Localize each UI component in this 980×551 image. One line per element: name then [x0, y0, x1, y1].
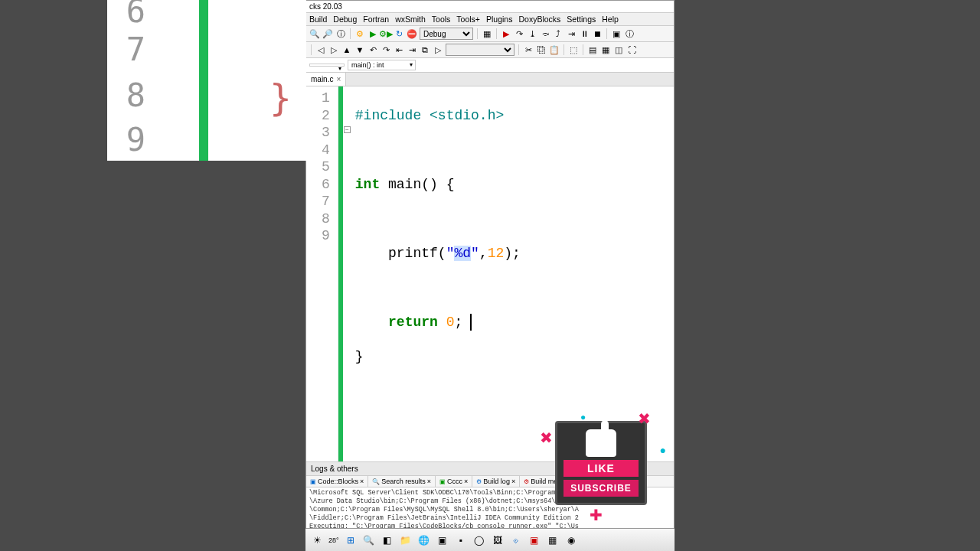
menu-toolsplus[interactable]: Tools+ — [456, 15, 480, 24]
fold-column: − — [343, 86, 352, 461]
log-tab-search[interactable]: 🔍Search results× — [368, 476, 436, 487]
debug-window-icon[interactable]: ▣ — [611, 28, 622, 39]
info-icon[interactable]: ⓘ — [335, 28, 346, 39]
fit-icon[interactable]: ⛶ — [626, 44, 637, 55]
down-icon[interactable]: ▼ — [354, 44, 365, 55]
close-tab-icon[interactable]: × — [336, 75, 341, 83]
log-tab-cccc[interactable]: ▣Cccc× — [436, 476, 472, 487]
taskbar-temp[interactable]: 28° — [328, 536, 339, 544]
undo-icon[interactable]: ↶ — [368, 44, 378, 55]
rebuild-icon[interactable]: ↻ — [394, 28, 404, 39]
code-content[interactable]: #include <stdio.h> int main() { printf("… — [352, 86, 521, 461]
window-icon[interactable]: ▦ — [482, 28, 492, 39]
scope-dropdown[interactable]: main() : int — [348, 60, 416, 70]
menu-bar: Build Debug Fortran wxSmith Tools Tools+… — [306, 13, 674, 26]
play-icon[interactable]: ▷ — [433, 44, 443, 55]
up-icon[interactable]: ▲ — [341, 44, 352, 55]
subscribe-banner: SUBSCRIBE — [564, 480, 639, 497]
redo-icon[interactable]: ↷ — [381, 44, 391, 55]
back-icon[interactable]: ◁ — [315, 44, 326, 55]
toolbar-row-1: 🔍 🔎 ⓘ ⚙ ▶ ⚙▶ ↻ ⛔ Debug ▦ ▶ ↷ ⤓ ⤼ ⤴ ⇥ ⏸ ⏹… — [306, 26, 674, 42]
taskbar-photos-icon[interactable]: 🖼 — [491, 533, 505, 547]
taskbar-terminal-icon[interactable]: ▪ — [454, 533, 468, 547]
menu-help[interactable]: Help — [602, 15, 619, 24]
windows-taskbar: ☀ 28° ⊞ 🔍 ◧ 📁 🌐 ▣ ▪ ◯ 🖼 ⟐ ▣ ▦ ◉ — [305, 528, 675, 551]
taskbar-pdf-icon[interactable]: ▣ — [528, 533, 541, 547]
bg-line-7: 7 — [126, 31, 145, 68]
bg-line-9: 9 — [126, 121, 145, 158]
taskbar-misc-icon[interactable]: ◉ — [564, 533, 578, 547]
menu-doxyblocks[interactable]: DoxyBlocks — [518, 15, 560, 24]
like-subscribe-overlay: LIKE SUBSCRIBE ✖ ✖ ✚ ● ● — [544, 406, 658, 520]
menu-build[interactable]: Build — [309, 15, 327, 24]
bg-line-8: 8 — [126, 77, 145, 114]
gear-icon[interactable]: ⚙ — [354, 28, 365, 39]
jump2-icon[interactable]: ⇥ — [407, 44, 417, 55]
title-bar-fragment: cks 20.03 — [306, 1, 674, 13]
debug-pause-icon[interactable]: ⏸ — [579, 28, 590, 39]
thumbs-up-icon — [586, 429, 616, 457]
taskbar-chrome-icon[interactable]: ◯ — [472, 533, 486, 547]
stop-icon[interactable]: ⛔ — [407, 28, 417, 39]
overlay-box: LIKE SUBSCRIBE — [555, 421, 647, 505]
build-run-icon[interactable]: ⚙▶ — [381, 28, 391, 39]
tab-main-c[interactable]: main.c × — [306, 73, 346, 86]
like-banner: LIKE — [564, 460, 639, 477]
forward-icon[interactable]: ▷ — [328, 44, 339, 55]
background-editor-fragment: 6 7 8 9 } — [107, 0, 306, 161]
debug-continue-icon[interactable]: ↷ — [514, 28, 524, 39]
taskbar-vscode-icon[interactable]: ⟐ — [509, 533, 523, 547]
scope-left-dropdown[interactable] — [309, 64, 345, 67]
debug-start-icon[interactable]: ▶ — [501, 28, 511, 39]
select-icon[interactable]: ⬚ — [568, 44, 579, 55]
sparkle-icon: ● — [580, 412, 586, 422]
text-cursor — [470, 314, 472, 331]
debug-stop-icon[interactable]: ⏹ — [592, 28, 603, 39]
layout-icon[interactable]: ▤ — [587, 44, 598, 55]
debug-cursor-icon[interactable]: ⇥ — [566, 28, 577, 39]
log-tab-codeblocks[interactable]: ▣Code::Blocks× — [306, 476, 368, 487]
menu-tools[interactable]: Tools — [432, 15, 451, 24]
menu-plugins[interactable]: Plugins — [486, 15, 512, 24]
grid-icon[interactable]: ▦ — [600, 44, 611, 55]
taskbar-explorer-icon[interactable]: 📁 — [399, 533, 413, 547]
copy-icon[interactable]: ⿻ — [536, 44, 547, 55]
menu-settings[interactable]: Settings — [567, 15, 596, 24]
run-icon[interactable]: ▶ — [368, 28, 378, 39]
bookmark-icon[interactable]: ⧉ — [420, 44, 430, 55]
debug-step-over-icon[interactable]: ⤼ — [540, 28, 550, 39]
sparkle-icon: ● — [660, 444, 666, 456]
bg-closing-brace: } — [270, 77, 292, 119]
debug-info-icon[interactable]: ⓘ — [624, 28, 635, 39]
taskbar-weather-icon[interactable]: ☀ — [310, 533, 324, 547]
zoom-icon[interactable]: 🔎 — [322, 28, 333, 39]
sparkle-icon: ✖ — [638, 409, 651, 428]
sparkle-icon: ✖ — [540, 429, 553, 447]
taskbar-search-icon[interactable]: 🔍 — [362, 533, 376, 547]
fold-toggle-icon[interactable]: − — [344, 126, 351, 133]
search-icon[interactable]: 🔍 — [309, 28, 320, 39]
taskbar-app-icon[interactable]: ▦ — [546, 533, 560, 547]
menu-wxsmith[interactable]: wxSmith — [395, 15, 426, 24]
taskbar-taskview-icon[interactable]: ◧ — [381, 533, 394, 547]
editor-tab-bar: main.c × — [306, 73, 674, 86]
build-config-select[interactable]: Debug — [420, 28, 473, 40]
bg-change-marker — [199, 0, 208, 161]
line-number-gutter: 123 456 789 — [306, 86, 338, 461]
split-icon[interactable]: ◫ — [613, 44, 624, 55]
cut-icon[interactable]: ✂ — [523, 44, 534, 55]
paste-icon[interactable]: 📋 — [549, 44, 560, 55]
menu-fortran[interactable]: Fortran — [363, 15, 389, 24]
menu-debug[interactable]: Debug — [333, 15, 357, 24]
taskbar-start-icon[interactable]: ⊞ — [344, 533, 358, 547]
sparkle-icon: ✚ — [590, 506, 603, 524]
taskbar-edge-icon[interactable]: 🌐 — [417, 533, 431, 547]
taskbar-codeblocks-icon[interactable]: ▣ — [436, 533, 449, 547]
breadcrumb-bar: main() : int — [306, 58, 674, 73]
log-tab-buildlog[interactable]: ⚙Build log× — [472, 476, 520, 487]
target-select[interactable] — [446, 44, 514, 56]
bg-line-6: 6 — [126, 0, 145, 30]
debug-step-icon[interactable]: ⤓ — [527, 28, 537, 39]
jump-icon[interactable]: ⇤ — [394, 44, 404, 55]
debug-step-out-icon[interactable]: ⤴ — [553, 28, 564, 39]
